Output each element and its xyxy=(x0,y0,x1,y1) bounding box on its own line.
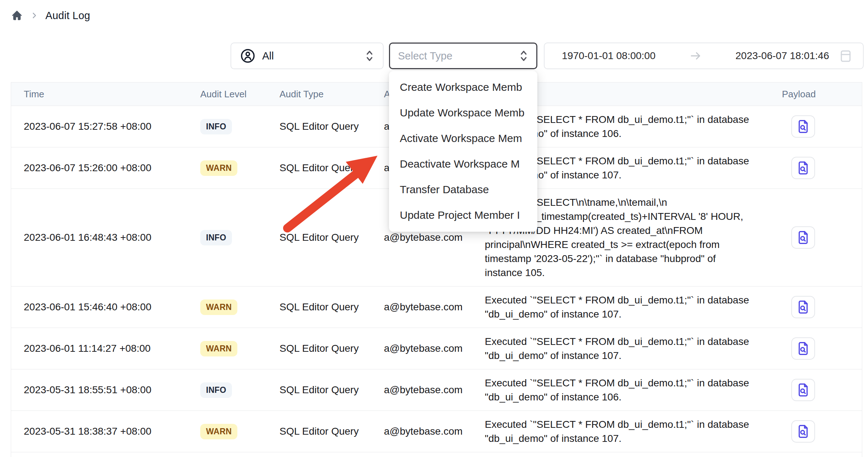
cell-audit-level: INFO xyxy=(188,382,267,398)
cell-time: 2023-06-01 16:48:43 +08:00 xyxy=(11,232,188,243)
cell-audit-type: SQL Editor Query xyxy=(267,384,371,396)
cell-actor: a@bytebase.com xyxy=(371,232,472,243)
audit-level-badge: WARN xyxy=(200,300,237,315)
date-range-end[interactable]: 2023-06-07 18:01:46 xyxy=(735,50,829,62)
chevron-up-down-icon xyxy=(518,49,529,63)
cell-audit-type: SQL Editor Query xyxy=(267,232,371,243)
cell-audit-level: WARN xyxy=(188,160,267,176)
type-dropdown-option[interactable]: Update Workspace Memb xyxy=(389,100,537,125)
column-header-audit-level: Audit Level xyxy=(188,89,267,100)
chevron-up-down-icon xyxy=(364,49,375,63)
cell-comment: Executed `"SELECT * FROM db_ui_demo.t1;"… xyxy=(472,376,757,404)
comment-line: instance 105. xyxy=(485,266,757,280)
cell-actor: a@bytebase.com xyxy=(371,343,472,354)
cell-audit-level: WARN xyxy=(188,424,267,439)
column-header-audit-type: Audit Type xyxy=(267,89,371,100)
audit-level-badge: INFO xyxy=(200,382,232,398)
cell-actor: a@bytebase.com xyxy=(371,384,472,396)
audit-level-badge: WARN xyxy=(200,341,237,356)
calendar-icon[interactable] xyxy=(839,49,852,63)
cell-payload xyxy=(757,157,862,179)
document-search-icon xyxy=(796,119,810,134)
cell-comment: Executed `"SELECT * FROM db_ui_demo.t1;"… xyxy=(472,334,757,363)
cell-audit-level: WARN xyxy=(188,341,267,356)
cell-time: 2023-06-01 15:46:40 +08:00 xyxy=(11,301,188,313)
date-range-start[interactable]: 1970-01-01 08:00:00 xyxy=(562,50,656,62)
comment-line: principal\nWHERE created_ts >= extract(e… xyxy=(485,238,757,252)
table-row: 2023-05-31 18:55:51 +08:00 INFO SQL Edit… xyxy=(11,369,862,411)
cell-payload xyxy=(757,379,862,401)
type-dropdown-option[interactable]: Create Workspace Memb xyxy=(389,74,537,100)
type-dropdown-option[interactable]: Update Project Member I xyxy=(389,202,537,228)
audit-level-badge: WARN xyxy=(200,424,237,439)
column-header-time: Time xyxy=(11,89,188,100)
comment-line: timestamp '2023-05-22');"` in database "… xyxy=(485,252,757,266)
actor-filter-select[interactable]: All xyxy=(231,43,384,69)
view-payload-button[interactable] xyxy=(791,296,815,318)
comment-line: "db_ui_demo" of instance 107. xyxy=(485,431,757,445)
view-payload-button[interactable] xyxy=(791,420,815,443)
table-row: 2023-05-31 18:38:37 +08:00 WARN SQL Edit… xyxy=(11,411,862,452)
page-title: Audit Log xyxy=(45,10,90,22)
view-payload-button[interactable] xyxy=(791,226,815,249)
audit-log-page: Audit Log All Select Type 1970-01-01 08:… xyxy=(0,0,868,457)
table-row: 2023-06-01 11:14:27 +08:00 WARN SQL Edit… xyxy=(11,328,862,369)
table-row: 2023-06-01 15:46:40 +08:00 WARN SQL Edit… xyxy=(11,287,862,328)
cell-time: 2023-05-31 18:38:37 +08:00 xyxy=(11,426,188,437)
document-search-icon xyxy=(796,300,810,315)
user-circle-icon xyxy=(240,48,256,64)
audit-level-badge: WARN xyxy=(200,160,237,176)
cell-comment: Executed `"SELECT * FROM db_ui_demo.t1;"… xyxy=(472,417,757,445)
date-range-picker[interactable]: 1970-01-01 08:00:00 2023-06-07 18:01:46 xyxy=(544,43,864,69)
comment-line: Executed `"SELECT * FROM db_ui_demo.t1;"… xyxy=(485,293,757,307)
cell-audit-type: SQL Editor Query xyxy=(267,426,371,437)
cell-time: 2023-06-07 15:27:58 +08:00 xyxy=(11,121,188,132)
document-search-icon xyxy=(796,230,810,245)
cell-payload xyxy=(757,420,862,443)
actor-filter-value: All xyxy=(262,50,364,62)
cell-audit-level: INFO xyxy=(188,230,267,245)
cell-actor: a@bytebase.com xyxy=(371,301,472,313)
cell-payload xyxy=(757,296,862,318)
cell-time: 2023-06-07 15:26:00 +08:00 xyxy=(11,162,188,174)
cell-audit-level: WARN xyxy=(188,300,267,315)
column-header-payload: Payload xyxy=(757,89,862,100)
document-search-icon xyxy=(796,382,810,398)
cell-audit-type: SQL Editor Query xyxy=(267,343,371,354)
comment-line: Executed `"SELECT * FROM db_ui_demo.t1;"… xyxy=(485,376,757,390)
breadcrumb: Audit Log xyxy=(11,9,90,22)
home-icon[interactable] xyxy=(11,9,23,22)
view-payload-button[interactable] xyxy=(791,379,815,401)
cell-payload xyxy=(757,226,862,249)
type-dropdown-option[interactable]: Activate Workspace Mem xyxy=(389,125,537,151)
cell-payload xyxy=(757,337,862,360)
cell-audit-type: SQL Editor Query xyxy=(267,121,371,132)
document-search-icon xyxy=(796,160,810,176)
cell-comment: Executed `"SELECT * FROM db_ui_demo.t1;"… xyxy=(472,293,757,321)
cell-time: 2023-06-01 11:14:27 +08:00 xyxy=(11,343,188,354)
cell-actor: a@bytebase.com xyxy=(371,426,472,437)
view-payload-button[interactable] xyxy=(791,115,815,138)
audit-level-badge: INFO xyxy=(200,230,232,245)
comment-line: "db_ui_demo" of instance 107. xyxy=(485,349,757,363)
view-payload-button[interactable] xyxy=(791,157,815,179)
type-filter-select[interactable]: Select Type xyxy=(389,43,537,69)
type-dropdown-option[interactable]: Deactivate Workspace M xyxy=(389,151,537,177)
cell-audit-type: SQL Editor Query xyxy=(267,301,371,313)
arrow-right-icon xyxy=(656,50,735,62)
table-row-partial xyxy=(11,452,862,457)
document-search-icon xyxy=(796,341,810,356)
document-search-icon xyxy=(796,424,810,439)
chevron-right-icon xyxy=(30,12,38,19)
cell-time: 2023-05-31 18:55:51 +08:00 xyxy=(11,384,188,396)
comment-line: "db_ui_demo" of instance 107. xyxy=(485,307,757,321)
type-filter-placeholder: Select Type xyxy=(398,50,518,62)
audit-level-badge: INFO xyxy=(200,119,232,134)
comment-line: Executed `"SELECT * FROM db_ui_demo.t1;"… xyxy=(485,417,757,431)
type-dropdown-menu: Create Workspace MembUpdate Workspace Me… xyxy=(389,71,537,232)
type-dropdown-option[interactable]: Transfer Database xyxy=(389,177,537,202)
view-payload-button[interactable] xyxy=(791,337,815,360)
cell-payload xyxy=(757,115,862,138)
cell-audit-level: INFO xyxy=(188,119,267,134)
cell-audit-type: SQL Editor Query xyxy=(267,162,371,174)
